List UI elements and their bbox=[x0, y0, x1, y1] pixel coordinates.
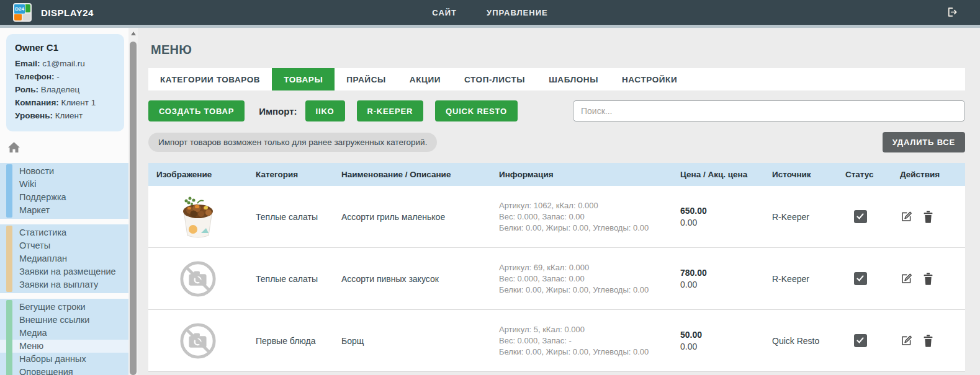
header-name: Наименование / Описание bbox=[333, 170, 491, 179]
sidebar-item-tickers[interactable]: Бегущие строки bbox=[0, 301, 128, 314]
edit-button[interactable] bbox=[900, 272, 913, 285]
product-photo bbox=[148, 195, 248, 239]
header-actions: Действия bbox=[892, 170, 965, 179]
product-price: 650.00 0.00 bbox=[672, 205, 764, 229]
header-category: Категория bbox=[248, 170, 333, 179]
no-image-icon bbox=[148, 260, 248, 298]
product-source: R-Keeper bbox=[764, 274, 837, 284]
product-info: Артикул: 1062, кКал: 0.000 Вес: 0.000, З… bbox=[491, 200, 672, 234]
top-navigation: САЙТ УПРАВЛЕНИЕ bbox=[432, 8, 547, 17]
tab-settings[interactable]: НАСТРОЙКИ bbox=[610, 68, 689, 90]
status-checkbox[interactable] bbox=[854, 210, 867, 223]
sidebar-item-market[interactable]: Маркет bbox=[0, 204, 128, 217]
delete-button[interactable] bbox=[922, 334, 934, 347]
sidebar-group-analytics: Статистика Отчеты Медиаплан Заявки на ра… bbox=[0, 224, 128, 293]
toolbar: СОЗДАТЬ ТОВАР Импорт: IIKO R-KEEPER QUIC… bbox=[148, 100, 965, 121]
brand-title: DISPLAY24 bbox=[41, 7, 94, 18]
scrollbar-thumb[interactable] bbox=[130, 42, 137, 375]
user-name: Owner C1 bbox=[15, 42, 115, 53]
sidebar: Owner C1 Email: c1@mail.ru Телефон: - Ро… bbox=[0, 28, 138, 375]
import-iiko-button[interactable]: IIKO bbox=[305, 100, 345, 121]
tab-promotions[interactable]: АКЦИИ bbox=[398, 68, 452, 90]
product-price: 780.00 0.00 bbox=[672, 267, 764, 291]
app-logo: D24 bbox=[13, 3, 32, 22]
status-checkbox[interactable] bbox=[854, 334, 867, 347]
tab-products[interactable]: ТОВАРЫ bbox=[272, 68, 335, 90]
product-info: Артикул: 69, кКал: 0.000 Вес: 0.000, Зап… bbox=[491, 262, 672, 296]
user-role: Роль: Владелец bbox=[15, 83, 115, 96]
sidebar-scrollbar[interactable] bbox=[128, 28, 138, 375]
product-category: Теплые салаты bbox=[248, 212, 333, 222]
user-level: Уровень: Клиент bbox=[15, 109, 115, 122]
delete-button[interactable] bbox=[922, 272, 934, 285]
product-category: Первые блюда bbox=[248, 336, 333, 346]
header-status: Статус bbox=[837, 170, 892, 179]
search-input[interactable] bbox=[573, 100, 965, 121]
tab-templates[interactable]: ШАБЛОНЫ bbox=[537, 68, 610, 90]
product-name: Ассорти пивных закусок bbox=[333, 274, 491, 284]
table-header: Изображение Категория Наименование / Опи… bbox=[148, 163, 965, 186]
tab-product-categories[interactable]: КАТЕГОРИИ ТОВАРОВ bbox=[148, 68, 272, 90]
logo-orange-square bbox=[14, 14, 22, 20]
import-notice: Импорт товаров возможен только для ранее… bbox=[148, 133, 437, 152]
product-category: Теплые салаты bbox=[248, 274, 333, 284]
sidebar-item-reports[interactable]: Отчеты bbox=[0, 239, 128, 252]
sidebar-item-payout-requests[interactable]: Заявки на выплату bbox=[0, 278, 128, 291]
products-table: Изображение Категория Наименование / Опи… bbox=[148, 163, 965, 372]
tab-stop-lists[interactable]: СТОП-ЛИСТЫ bbox=[452, 68, 537, 90]
header-price: Цена / Акц. цена bbox=[672, 170, 764, 179]
product-source: Quick Resto bbox=[764, 336, 837, 346]
check-icon bbox=[856, 211, 864, 219]
user-phone: Телефон: - bbox=[15, 70, 115, 83]
scrollbar-up-arrow-icon[interactable] bbox=[131, 32, 136, 35]
logo-d24-badge: D24 bbox=[14, 4, 25, 14]
sidebar-group-content: Бегущие строки Внешние ссылки Медиа Меню… bbox=[0, 299, 128, 375]
header-info: Информация bbox=[491, 170, 672, 179]
sidebar-group-portal: Новости Wiki Поддержка Маркет bbox=[0, 163, 128, 219]
main-content: МЕНЮ КАТЕГОРИИ ТОВАРОВ ТОВАРЫ ПРАЙСЫ АКЦ… bbox=[138, 28, 980, 375]
table-row: Теплые салаты Ассорти гриль маленькое Ар… bbox=[148, 186, 965, 248]
sidebar-item-news[interactable]: Новости bbox=[0, 165, 128, 178]
delete-button[interactable] bbox=[922, 210, 934, 223]
sidebar-item-placement-requests[interactable]: Заявки на размещение bbox=[0, 265, 128, 278]
table-row: Теплые салаты Ассорти пивных закусок Арт… bbox=[148, 248, 965, 310]
logo-gray-square bbox=[23, 14, 30, 20]
nav-link-admin[interactable]: УПРАВЛЕНИЕ bbox=[487, 8, 548, 17]
product-name: Борщ bbox=[333, 336, 491, 346]
no-image-icon bbox=[148, 322, 248, 360]
product-source: R-Keeper bbox=[764, 212, 837, 222]
product-name: Ассорти гриль маленькое bbox=[333, 212, 491, 222]
sidebar-item-support[interactable]: Поддержка bbox=[0, 191, 128, 204]
table-row: Первые блюда Борщ Артикул: 5, кКал: 0.00… bbox=[148, 310, 965, 372]
sidebar-item-datasets[interactable]: Наборы данных bbox=[0, 353, 128, 366]
sidebar-item-media[interactable]: Медиа bbox=[0, 327, 128, 340]
sidebar-item-statistics[interactable]: Статистика bbox=[0, 226, 128, 239]
group-accent-bar bbox=[6, 164, 12, 218]
home-icon bbox=[8, 144, 20, 155]
edit-button[interactable] bbox=[900, 210, 913, 223]
import-label: Импорт: bbox=[259, 106, 297, 117]
header-source: Источник bbox=[764, 170, 837, 179]
product-price: 50.00 0.00 bbox=[672, 329, 764, 353]
import-rkeeper-button[interactable]: R-KEEPER bbox=[357, 100, 424, 121]
edit-button[interactable] bbox=[900, 334, 913, 347]
product-info: Артикул: 5, кКал: 0.000 Вес: 0.000, Запа… bbox=[491, 324, 672, 358]
group-accent-bar bbox=[6, 226, 12, 292]
tab-bar: КАТЕГОРИИ ТОВАРОВ ТОВАРЫ ПРАЙСЫ АКЦИИ СТ… bbox=[148, 68, 965, 90]
sidebar-item-notifications[interactable]: Оповещения bbox=[0, 366, 128, 375]
create-product-button[interactable]: СОЗДАТЬ ТОВАР bbox=[148, 100, 245, 121]
sidebar-item-wiki[interactable]: Wiki bbox=[0, 178, 128, 191]
delete-all-button[interactable]: УДАЛИТЬ ВСЕ bbox=[883, 132, 965, 152]
import-quickresto-button[interactable]: QUICK RESTO bbox=[435, 100, 518, 121]
sidebar-item-external-links[interactable]: Внешние ссылки bbox=[0, 314, 128, 327]
tab-prices[interactable]: ПРАЙСЫ bbox=[335, 68, 398, 90]
page-title: МЕНЮ bbox=[151, 43, 965, 57]
sidebar-item-menu[interactable]: Меню bbox=[0, 340, 128, 353]
header-image: Изображение bbox=[148, 170, 248, 179]
sidebar-item-mediaplan[interactable]: Медиаплан bbox=[0, 252, 128, 265]
status-checkbox[interactable] bbox=[854, 272, 867, 285]
nav-link-site[interactable]: САЙТ bbox=[432, 8, 457, 17]
logout-icon[interactable] bbox=[946, 6, 958, 20]
home-link[interactable] bbox=[0, 138, 138, 159]
user-company: Компания: Клиент 1 bbox=[15, 96, 115, 109]
